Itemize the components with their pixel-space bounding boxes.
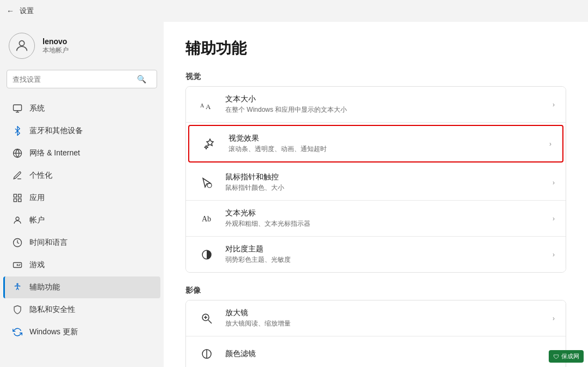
svg-point-16 <box>19 265 20 266</box>
settings-item-color-filter[interactable]: 颜色滤镜› <box>186 336 566 367</box>
text-size-arrow: › <box>553 101 555 109</box>
search-container: 🔍 <box>0 70 164 97</box>
sidebar-item-network[interactable]: 网络 & Internet <box>3 142 160 164</box>
sidebar-item-personalization[interactable]: 个性化 <box>3 165 160 186</box>
user-profile: lenovo 本地帐户 <box>0 26 164 70</box>
sidebar-item-label-gaming: 游戏 <box>29 260 45 270</box>
system-icon <box>12 103 23 114</box>
sidebar-item-privacy[interactable]: 隐私和安全性 <box>3 299 160 321</box>
svg-rect-8 <box>19 199 21 202</box>
sidebar-item-label-personalization: 个性化 <box>29 171 52 181</box>
search-wrapper: 🔍 <box>7 70 157 88</box>
mouse-pointer-text: 鼠标指针和触控鼠标指针颜色、大小 <box>225 172 284 192</box>
section-visual: 视觉AA文本大小在整个 Windows 和应用中显示的文本大小›视觉效果滚动条、… <box>185 72 566 273</box>
sidebar-item-label-system: 系统 <box>29 104 45 113</box>
sidebar-item-label-bluetooth: 蓝牙和其他设备 <box>29 126 83 136</box>
privacy-icon <box>12 304 23 315</box>
personalization-icon <box>12 170 23 181</box>
sidebar: lenovo 本地帐户 🔍 系统蓝牙和其他设备网络 & Internet个性化应… <box>0 22 164 367</box>
title-bar: ← 设置 <box>0 0 588 22</box>
sidebar-item-label-accounts: 帐户 <box>29 215 45 225</box>
settings-item-visual-effects[interactable]: 视觉效果滚动条、透明度、动画、通知超时› <box>188 125 563 163</box>
sidebar-item-bluetooth[interactable]: 蓝牙和其他设备 <box>3 120 160 142</box>
color-filter-item-icon <box>197 344 217 364</box>
network-icon <box>12 148 23 159</box>
settings-item-text-cursor[interactable]: Ab文本光标外观和粗细、文本光标指示器› <box>186 201 566 237</box>
avatar <box>9 33 35 59</box>
svg-point-15 <box>20 264 20 265</box>
settings-title: 设置 <box>20 6 34 16</box>
sidebar-item-apps[interactable]: 应用 <box>3 187 160 209</box>
visual-effects-title: 视觉效果 <box>229 134 327 143</box>
watermark-text: 保成网 <box>561 352 579 360</box>
text-size-desc: 在整个 Windows 和应用中显示的文本大小 <box>225 105 347 115</box>
page-title: 辅助功能 <box>185 38 566 59</box>
sidebar-item-accessibility[interactable]: 辅助功能 <box>3 276 160 298</box>
gaming-icon <box>12 260 23 270</box>
svg-point-20 <box>207 183 212 188</box>
svg-text:Ab: Ab <box>202 215 211 223</box>
text-size-item-icon: AA <box>197 95 217 115</box>
sidebar-item-label-privacy: 隐私和安全性 <box>29 305 75 315</box>
sidebar-item-time[interactable]: 时间和语言 <box>3 232 160 254</box>
svg-rect-9 <box>14 199 16 202</box>
section-imaging: 影像放大镜放大镜阅读、缩放增量›颜色滤镜› <box>185 286 566 367</box>
settings-item-magnifier[interactable]: 放大镜放大镜阅读、缩放增量› <box>186 300 566 336</box>
contrast-arrow: › <box>553 251 555 258</box>
color-filter-title: 颜色滤镜 <box>225 349 256 359</box>
text-cursor-desc: 外观和粗细、文本光标指示器 <box>225 219 310 228</box>
text-cursor-text: 文本光标外观和粗细、文本光标指示器 <box>225 208 310 228</box>
magnifier-text: 放大镜放大镜阅读、缩放增量 <box>225 308 291 328</box>
settings-item-text-size[interactable]: AA文本大小在整个 Windows 和应用中显示的文本大小› <box>186 87 566 123</box>
section-title-imaging: 影像 <box>185 286 566 296</box>
windows-update-icon <box>12 327 23 338</box>
settings-item-mouse-pointer[interactable]: 鼠标指针和触控鼠标指针颜色、大小› <box>186 165 566 201</box>
time-icon <box>12 237 23 248</box>
svg-point-10 <box>16 217 19 220</box>
color-filter-text: 颜色滤镜 <box>225 349 256 359</box>
accessibility-icon <box>12 282 23 293</box>
svg-text:A: A <box>206 103 211 110</box>
contrast-text: 对比度主题弱势彩色主题、光敏度 <box>225 244 291 264</box>
text-size-text: 文本大小在整个 Windows 和应用中显示的文本大小 <box>225 94 347 115</box>
contrast-desc: 弱势彩色主题、光敏度 <box>225 255 291 264</box>
back-button[interactable]: ← <box>7 7 14 15</box>
main-layout: lenovo 本地帐户 🔍 系统蓝牙和其他设备网络 & Internet个性化应… <box>0 22 588 367</box>
visual-effects-text: 视觉效果滚动条、透明度、动画、通知超时 <box>229 134 327 154</box>
sidebar-item-label-windows-update: Windows 更新 <box>29 327 78 337</box>
text-cursor-title: 文本光标 <box>225 208 310 218</box>
settings-item-contrast[interactable]: 对比度主题弱势彩色主题、光敏度› <box>186 237 566 272</box>
magnifier-item-icon <box>197 309 217 328</box>
text-cursor-arrow: › <box>553 215 555 222</box>
sidebar-item-label-accessibility: 辅助功能 <box>29 282 60 292</box>
magnifier-title: 放大镜 <box>225 308 291 318</box>
mouse-pointer-item-icon <box>197 173 217 192</box>
mouse-pointer-arrow: › <box>553 179 555 186</box>
settings-group-visual: AA文本大小在整个 Windows 和应用中显示的文本大小›视觉效果滚动条、透明… <box>185 86 566 273</box>
svg-rect-1 <box>14 105 22 111</box>
svg-rect-6 <box>14 194 16 197</box>
apps-icon <box>12 192 23 203</box>
mouse-pointer-title: 鼠标指针和触控 <box>225 172 284 182</box>
content-area: 辅助功能 视觉AA文本大小在整个 Windows 和应用中显示的文本大小›视觉效… <box>164 22 588 367</box>
sidebar-item-system[interactable]: 系统 <box>3 98 160 119</box>
svg-point-0 <box>19 41 24 46</box>
user-name: lenovo <box>43 37 69 46</box>
magnifier-arrow: › <box>553 315 555 322</box>
nav-list: 系统蓝牙和其他设备网络 & Internet个性化应用帐户时间和语言游戏辅助功能… <box>0 97 164 344</box>
watermark-icon: 🛡 <box>553 353 559 360</box>
magnifier-desc: 放大镜阅读、缩放增量 <box>225 319 291 328</box>
mouse-pointer-desc: 鼠标指针颜色、大小 <box>225 183 284 192</box>
text-cursor-item-icon: Ab <box>197 209 217 228</box>
user-info: lenovo 本地帐户 <box>43 37 69 55</box>
accounts-icon <box>12 215 23 226</box>
sidebar-item-windows-update[interactable]: Windows 更新 <box>3 321 160 343</box>
search-input[interactable] <box>7 70 157 88</box>
bluetooth-icon <box>12 125 23 136</box>
svg-text:A: A <box>200 103 205 109</box>
sidebar-item-label-apps: 应用 <box>29 193 45 203</box>
sidebar-item-gaming[interactable]: 游戏 <box>3 254 160 276</box>
visual-effects-item-icon <box>200 134 220 154</box>
sidebar-item-accounts[interactable]: 帐户 <box>3 209 160 231</box>
visual-effects-arrow: › <box>549 140 551 148</box>
